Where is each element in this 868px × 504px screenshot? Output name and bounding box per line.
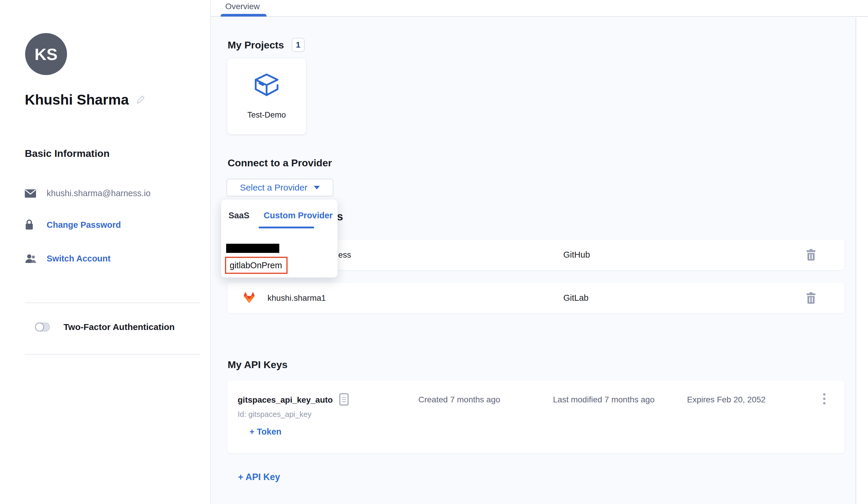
- gitlab-icon: [243, 290, 255, 307]
- user-name: Khushi Sharma: [25, 92, 129, 108]
- provider-username: khushi.sharma1: [268, 283, 326, 313]
- switch-account-link[interactable]: Switch Account: [46, 254, 111, 263]
- provider-row-gitlab: khushi.sharma1 GitLab: [228, 283, 844, 313]
- switch-account-icon: [25, 253, 38, 263]
- email-value: khushi.sharma@harness.io: [46, 189, 151, 198]
- change-password-row[interactable]: Change Password: [25, 219, 121, 230]
- project-name: Test-Demo: [247, 111, 286, 120]
- annotation-highlight-box: gitlabOnPrem: [225, 257, 288, 274]
- tab-bar: Overview: [211, 0, 868, 17]
- scroll-gutter[interactable]: [856, 18, 868, 504]
- api-key-menu-icon[interactable]: [823, 393, 826, 404]
- user-name-row: Khushi Sharma: [25, 92, 146, 108]
- chevron-down-icon: [314, 186, 320, 189]
- dropdown-active-tab-underline: [259, 226, 314, 228]
- tab-overview[interactable]: Overview: [225, 2, 260, 11]
- dropdown-tab-saas[interactable]: SaaS: [228, 211, 249, 220]
- email-icon: [25, 189, 38, 198]
- two-factor-label: Two-Factor Authentication: [63, 322, 175, 332]
- api-key-id: Id: gitspaces_api_key: [238, 410, 311, 419]
- project-cube-icon: [253, 72, 280, 98]
- basic-information-heading: Basic Information: [25, 148, 110, 159]
- api-key-card: gitspaces_api_key_auto Id: gitspaces_api…: [227, 380, 844, 453]
- select-provider-label: Select a Provider: [240, 183, 307, 193]
- api-key-created: Created 7 months ago: [418, 395, 500, 404]
- two-factor-row: Two-Factor Authentication: [35, 322, 175, 332]
- add-token-link[interactable]: + Token: [249, 427, 281, 437]
- switch-account-row[interactable]: Switch Account: [25, 253, 111, 263]
- sidebar-divider-bottom: [25, 354, 200, 354]
- provider-dropdown: SaaS Custom Provider gitlabOnPrem: [221, 199, 338, 278]
- lock-icon: [25, 219, 38, 230]
- projects-count-badge: 1: [292, 38, 305, 52]
- two-factor-toggle[interactable]: [35, 323, 50, 332]
- connect-provider-heading: Connect to a Provider: [228, 157, 332, 169]
- email-row: khushi.sharma@harness.io: [25, 189, 151, 198]
- profile-sidebar: KS Khushi Sharma Basic Information khush…: [0, 0, 211, 504]
- add-api-key-link[interactable]: + API Key: [238, 472, 280, 482]
- avatar: KS: [25, 33, 67, 75]
- api-key-name: gitspaces_api_key_auto: [238, 395, 333, 405]
- my-api-keys-heading: My API Keys: [228, 359, 288, 371]
- select-provider-button[interactable]: Select a Provider: [226, 179, 333, 196]
- provider-type: GitLab: [563, 283, 588, 313]
- sidebar-divider-top: [25, 303, 200, 303]
- dropdown-tab-custom-provider[interactable]: Custom Provider: [264, 211, 333, 220]
- dropdown-item-gitlabonprem[interactable]: gitlabOnPrem: [226, 261, 282, 270]
- provider-type: GitHub: [563, 240, 590, 270]
- my-projects-heading: My Projects: [228, 39, 284, 51]
- delete-provider-icon[interactable]: [806, 283, 816, 313]
- copy-icon[interactable]: [339, 393, 349, 407]
- my-projects-heading-row: My Projects 1: [228, 38, 305, 52]
- redacted-item[interactable]: [226, 244, 279, 253]
- api-key-name-row: gitspaces_api_key_auto: [238, 393, 349, 407]
- api-key-modified: Last modified 7 months ago: [553, 395, 654, 404]
- overview-content: My Projects 1 Test-Demo Connect to a Pro…: [211, 18, 856, 504]
- toggle-knob: [35, 323, 44, 332]
- tab-active-underline: [220, 14, 267, 17]
- api-key-expires: Expires Feb 20, 2052: [687, 395, 766, 404]
- main-area: Overview My Projects 1 Test-Demo Connect…: [211, 0, 868, 504]
- avatar-initials: KS: [34, 44, 58, 64]
- edit-name-icon[interactable]: [136, 94, 146, 105]
- project-card[interactable]: Test-Demo: [227, 59, 306, 134]
- change-password-link[interactable]: Change Password: [46, 220, 121, 230]
- delete-provider-icon[interactable]: [806, 240, 816, 270]
